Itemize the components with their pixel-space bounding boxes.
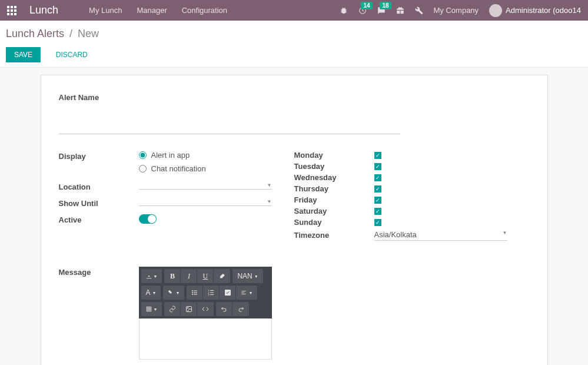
day-label-sat: Saturday (294, 207, 374, 215)
style-button[interactable]: ▼ (141, 269, 162, 283)
apps-icon[interactable] (7, 6, 16, 15)
svg-rect-5 (14, 9, 16, 12)
bg-color-button[interactable]: ▼ (163, 286, 184, 300)
location-label: Location (59, 181, 139, 191)
svg-rect-19 (210, 293, 214, 293)
checkbox-sun[interactable]: ✓ (374, 219, 381, 226)
day-label-mon: Monday (294, 151, 374, 160)
svg-rect-24 (242, 293, 245, 293)
message-label: Message (59, 267, 139, 360)
display-app-label: Alert in app (151, 151, 190, 160)
svg-rect-11 (194, 291, 197, 291)
nav-my-lunch[interactable]: My Lunch (89, 6, 122, 15)
svg-rect-1 (11, 6, 13, 8)
day-label-thu: Thursday (294, 184, 374, 193)
display-chat-label: Chat notification (151, 164, 206, 173)
active-toggle[interactable] (139, 214, 157, 224)
clock-badge: 14 (361, 2, 372, 9)
day-label-wed: Wednesday (294, 173, 374, 182)
svg-rect-8 (14, 13, 16, 15)
chat-badge: 18 (380, 2, 391, 9)
ul-button[interactable] (187, 286, 203, 300)
svg-rect-21 (210, 294, 214, 295)
company-name[interactable]: My Company (434, 6, 479, 15)
svg-rect-15 (194, 294, 197, 295)
bug-icon[interactable] (340, 6, 348, 15)
code-button[interactable] (197, 302, 214, 316)
checkbox-thu[interactable]: ✓ (374, 185, 381, 193)
svg-text:3: 3 (208, 294, 209, 296)
breadcrumb: Lunch Alerts / New (6, 28, 582, 40)
breadcrumb-bar: Lunch Alerts / New SAVE DISCARD (0, 21, 588, 68)
avatar[interactable] (489, 4, 502, 17)
editor-body[interactable] (139, 318, 272, 360)
font-color-button[interactable]: A▼ (141, 286, 161, 300)
breadcrumb-current: New (78, 28, 99, 39)
svg-point-14 (192, 294, 193, 295)
checkbox-sat[interactable]: ✓ (374, 208, 381, 215)
show-until-select[interactable]: ▼ (139, 198, 272, 206)
checkbox-tue[interactable]: ✓ (374, 163, 381, 170)
rich-text-editor: ▼ B I U NAN▼ A▼ ▼ (139, 267, 272, 360)
font-size-button[interactable]: NAN▼ (232, 269, 263, 283)
wrench-icon[interactable] (415, 6, 423, 15)
undo-button[interactable] (216, 302, 232, 316)
discard-button[interactable]: DISCARD (50, 47, 94, 62)
display-label: Display (59, 151, 139, 161)
image-button[interactable] (181, 302, 197, 316)
alert-name-label: Alert Name (59, 93, 530, 102)
checkbox-mon[interactable]: ✓ (374, 152, 381, 159)
chat-icon[interactable]: 18 (377, 6, 386, 15)
italic-button[interactable]: I (181, 269, 197, 283)
day-label-tue: Tuesday (294, 162, 374, 171)
redo-button[interactable] (232, 302, 249, 316)
table-button[interactable]: ▼ (141, 302, 162, 316)
gift-icon[interactable] (396, 6, 404, 15)
editor-toolbar: ▼ B I U NAN▼ A▼ ▼ (139, 267, 272, 318)
link-button[interactable] (164, 302, 181, 316)
svg-rect-26 (147, 307, 151, 311)
user-name[interactable]: Administrator (odoo14 (506, 6, 581, 15)
bold-button[interactable]: B (164, 269, 181, 283)
erase-button[interactable] (214, 269, 230, 283)
svg-rect-4 (11, 9, 13, 12)
underline-button[interactable]: U (197, 269, 214, 283)
nav-configuration[interactable]: Configuration (182, 6, 227, 15)
svg-rect-6 (7, 13, 9, 15)
timezone-select[interactable]: Asia/Kolkata ▼ (374, 229, 507, 241)
svg-point-12 (192, 292, 193, 293)
breadcrumb-parent[interactable]: Lunch Alerts (6, 28, 64, 39)
svg-rect-0 (7, 6, 9, 8)
svg-rect-2 (14, 6, 16, 8)
checkbox-wed[interactable]: ✓ (374, 174, 381, 181)
svg-point-32 (187, 307, 188, 308)
alert-name-input[interactable] (59, 118, 400, 134)
clock-icon[interactable]: 14 (358, 6, 367, 15)
save-button[interactable]: SAVE (6, 47, 41, 62)
checklist-button[interactable] (220, 286, 236, 300)
checkbox-fri[interactable]: ✓ (374, 197, 381, 204)
day-label-sun: Sunday (294, 218, 374, 227)
svg-rect-23 (242, 291, 247, 291)
svg-point-10 (192, 290, 193, 291)
align-button[interactable]: ▼ (236, 286, 257, 300)
active-label: Active (59, 214, 139, 224)
nav-manager[interactable]: Manager (137, 6, 167, 15)
timezone-label: Timezone (294, 231, 374, 240)
svg-rect-13 (194, 293, 197, 293)
svg-rect-7 (11, 13, 13, 15)
location-select[interactable]: ▼ (139, 181, 272, 190)
svg-rect-3 (7, 9, 9, 12)
day-label-fri: Friday (294, 195, 374, 204)
timezone-value: Asia/Kolkata (374, 230, 417, 239)
display-app-radio[interactable] (139, 151, 147, 159)
ol-button[interactable]: 123 (203, 286, 220, 300)
app-brand[interactable]: Lunch (29, 4, 58, 16)
show-until-label: Show Until (59, 198, 139, 208)
top-navbar: Lunch My Lunch Manager Configuration 14 … (0, 0, 588, 21)
form-card: Alert Name Display Alert in app Chat not… (41, 75, 548, 365)
svg-rect-17 (210, 290, 214, 291)
display-chat-radio[interactable] (139, 165, 147, 172)
svg-rect-25 (242, 294, 247, 294)
